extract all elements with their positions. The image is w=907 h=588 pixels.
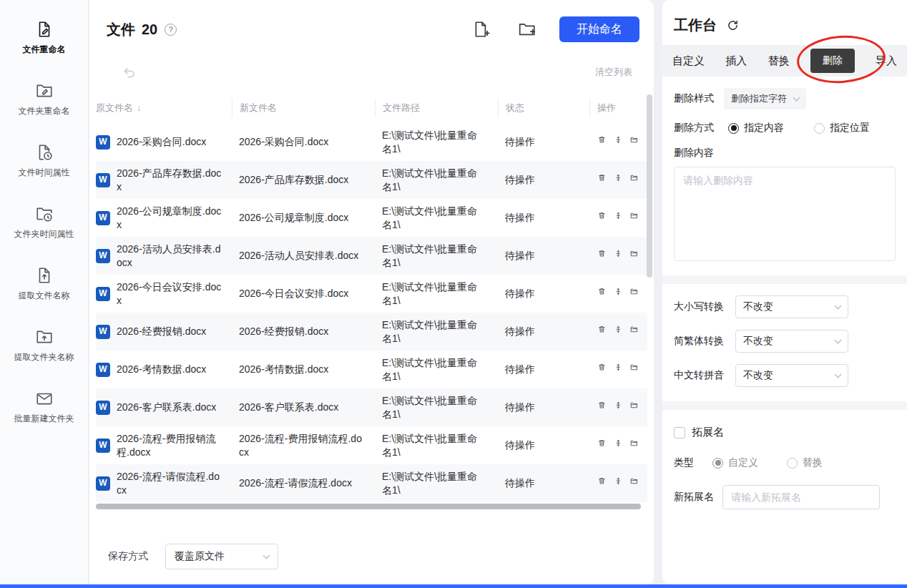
file-list-panel: 文件 20 ? 开始命名 清空列表 原文件名 ↓ 新文件名 文件路径 状态 [89, 0, 654, 584]
open-folder-icon[interactable] [630, 250, 638, 262]
tab-import[interactable]: 导入 [876, 54, 897, 68]
move-row-icon[interactable] [614, 325, 622, 338]
row-actions [589, 477, 638, 489]
sidebar-item-batch-new-folder[interactable]: 批量新建文件夹 [14, 389, 74, 425]
extract-file-name-icon [35, 266, 54, 285]
table-row: W 2026-采购合同.docx 2026-采购合同.docx E:\测试文件\… [96, 123, 647, 161]
sidebar-item-label: 文件夹时间属性 [14, 228, 74, 240]
horizontal-scrollbar[interactable] [96, 504, 641, 509]
table-row: W 2026-经费报销.docx 2026-经费报销.docx E:\测试文件\… [96, 313, 647, 351]
word-file-icon: W [96, 438, 110, 453]
new-filename: 2026-产品库存数据.docx [232, 173, 375, 187]
delete-row-icon[interactable] [598, 250, 606, 262]
move-row-icon[interactable] [614, 250, 622, 262]
move-row-icon[interactable] [614, 212, 622, 224]
start-rename-button[interactable]: 开始命名 [559, 16, 639, 42]
sidebar-item-label: 文件夹重命名 [19, 105, 70, 117]
open-folder-icon[interactable] [630, 212, 638, 224]
move-row-icon[interactable] [614, 363, 622, 376]
save-method-select[interactable]: 覆盖原文件 [165, 544, 278, 569]
tab-replace[interactable]: 替换 [768, 54, 790, 68]
undo-icon[interactable] [122, 65, 137, 79]
open-folder-icon[interactable] [630, 136, 638, 148]
radio-type-replace[interactable]: 替换 [787, 456, 823, 469]
delete-row-icon[interactable] [598, 401, 606, 413]
open-folder-icon[interactable] [630, 325, 638, 338]
delete-row-icon[interactable] [598, 212, 606, 224]
sc-tc-convert-select[interactable]: 不改变 [735, 330, 848, 353]
new-filename: 2026-活动人员安排表.docx [232, 249, 375, 263]
file-path: E:\测试文件\批量重命名1\ [375, 394, 498, 421]
original-filename-cell: W 2026-今日会议安排.docx [96, 280, 232, 308]
sort-desc-icon[interactable]: ↓ [137, 103, 141, 113]
tab-delete[interactable]: 删除 [810, 49, 855, 73]
extension-checkbox[interactable] [674, 427, 685, 438]
open-folder-icon[interactable] [630, 174, 638, 186]
original-filename: 2026-采购合同.docx [117, 135, 206, 149]
delete-row-icon[interactable] [598, 477, 606, 489]
delete-row-icon[interactable] [598, 136, 606, 148]
original-filename: 2026-产品库存数据.docx [117, 167, 222, 194]
column-header-original[interactable]: 原文件名 ↓ [96, 99, 232, 117]
help-icon[interactable]: ? [165, 24, 177, 36]
sidebar-item-label: 提取文件名称 [19, 290, 70, 302]
status-text: 待操作 [498, 287, 589, 300]
sc-tc-convert-value: 不改变 [743, 335, 773, 348]
extension-checkbox-label: 拓展名 [692, 426, 724, 439]
status-text: 待操作 [498, 325, 589, 338]
sidebar-item-extract-folder-name[interactable]: 提取文件夹名称 [14, 328, 74, 363]
add-file-icon[interactable] [472, 20, 491, 39]
word-file-icon: W [96, 363, 110, 377]
refresh-icon[interactable] [727, 19, 739, 31]
sidebar-item-extract-file-name[interactable]: 提取文件名称 [19, 266, 70, 302]
open-folder-icon[interactable] [630, 401, 638, 413]
delete-row-icon[interactable] [598, 288, 606, 300]
radio-icon [728, 123, 739, 134]
new-extension-row: 新拓展名 [674, 485, 896, 509]
open-folder-icon[interactable] [630, 363, 638, 376]
radio-specified-content[interactable]: 指定内容 [728, 122, 784, 134]
column-header-ops: 操作 [589, 99, 638, 117]
case-convert-select[interactable]: 不改变 [735, 295, 848, 318]
row-actions [589, 288, 638, 300]
vertical-scrollbar[interactable] [647, 94, 652, 278]
column-header-new: 新文件名 [232, 99, 375, 117]
move-row-icon[interactable] [614, 477, 622, 489]
original-filename: 2026-公司规章制度.docx [117, 205, 222, 232]
add-folder-icon[interactable] [518, 20, 536, 39]
original-filename: 2026-考情数据.docx [117, 363, 206, 376]
delete-row-icon[interactable] [598, 174, 606, 186]
move-row-icon[interactable] [614, 174, 622, 186]
word-file-icon: W [96, 211, 110, 225]
move-row-icon[interactable] [614, 288, 622, 300]
delete-row-icon[interactable] [598, 325, 606, 338]
open-folder-icon[interactable] [630, 439, 638, 451]
sidebar-item-file-time[interactable]: 文件时间属性 [19, 143, 70, 179]
radio-specified-position[interactable]: 指定位置 [814, 122, 870, 134]
clear-list-button[interactable]: 清空列表 [595, 66, 632, 79]
move-row-icon[interactable] [614, 136, 622, 148]
file-path: E:\测试文件\批量重命名1\ [375, 242, 498, 270]
delete-style-select[interactable]: 删除指定字符 [724, 88, 806, 109]
move-row-icon[interactable] [614, 439, 622, 451]
sidebar-item-folder-time[interactable]: 文件夹时间属性 [14, 205, 74, 240]
tab-custom[interactable]: 自定义 [672, 54, 705, 68]
extension-section: 拓展名 类型 自定义 替换 新拓展名 [662, 410, 907, 521]
new-filename: 2026-今日会议安排.docx [232, 287, 375, 300]
open-folder-icon[interactable] [630, 288, 638, 300]
new-filename: 2026-流程-费用报销流程.docx [232, 432, 375, 459]
pinyin-convert-select[interactable]: 不改变 [735, 364, 848, 387]
radio-type-custom[interactable]: 自定义 [712, 456, 758, 469]
sidebar-item-folder-rename[interactable]: 文件夹重命名 [19, 82, 70, 117]
delete-row-icon[interactable] [598, 363, 606, 376]
word-file-icon: W [96, 287, 110, 301]
delete-row-icon[interactable] [598, 439, 606, 451]
move-row-icon[interactable] [614, 401, 622, 413]
open-folder-icon[interactable] [630, 477, 638, 489]
delete-content-textarea[interactable] [674, 167, 896, 261]
sidebar-item-file-rename[interactable]: 文件重命名 [23, 20, 66, 56]
table-row: W 2026-活动人员安排表.docx 2026-活动人员安排表.docx E:… [96, 237, 647, 275]
tab-insert[interactable]: 插入 [725, 54, 747, 68]
sidebar-item-label: 文件时间属性 [19, 167, 70, 179]
new-extension-input[interactable] [722, 485, 880, 509]
